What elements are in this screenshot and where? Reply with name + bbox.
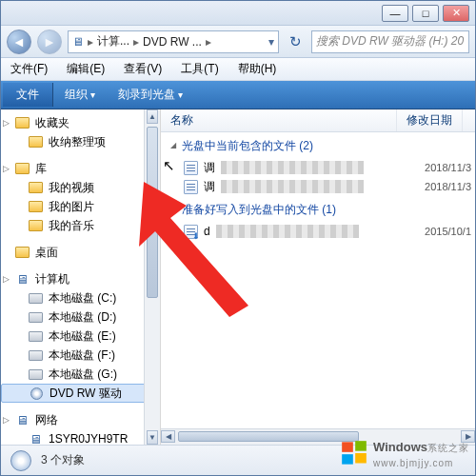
group-header-1[interactable]: 准备好写入到光盘中的文件 (1) <box>161 196 475 222</box>
sidebar-item-label: 我的视频 <box>49 180 94 196</box>
close-button[interactable]: ✕ <box>443 5 469 22</box>
sidebar-item-label: 收藏夹 <box>35 115 69 131</box>
list-item[interactable]: 调2018/11/3 <box>161 158 475 177</box>
sidebar-item-15[interactable]: 🖥1SYR0JYH9TR <box>1 429 160 445</box>
minimize-button[interactable]: — <box>382 5 408 22</box>
refresh-button[interactable]: ↻ <box>285 31 306 52</box>
menu-help[interactable]: 帮助(H) <box>228 61 287 77</box>
svg-rect-3 <box>342 454 353 465</box>
drive-icon <box>28 367 43 382</box>
folder-icon <box>14 161 30 176</box>
folder-icon <box>28 134 43 149</box>
svg-rect-1 <box>342 442 353 452</box>
drive-icon <box>28 328 43 344</box>
sidebar-item-3[interactable]: 我的视频 <box>1 178 160 197</box>
file-download-icon: ⬇ <box>184 225 198 239</box>
breadcrumb[interactable]: 🖥 ▸ 计算... ▸ DVD RW ... ▸ ▾ <box>68 30 279 53</box>
menu-tools[interactable]: 工具(T) <box>171 61 228 77</box>
sidebar-item-label: 本地磁盘 (F:) <box>49 347 115 364</box>
search-placeholder: 搜索 DVD RW 驱动器 (H:) 20 <box>316 33 464 50</box>
col-name[interactable]: 名称 <box>161 109 397 131</box>
sidebar-item-11[interactable]: 本地磁盘 (F:) <box>1 346 160 365</box>
disc-icon <box>10 450 31 471</box>
col-date[interactable]: 修改日期 <box>397 109 463 131</box>
file-name: d <box>204 225 210 238</box>
list-item[interactable]: ⬇d2015/10/1 <box>161 222 475 241</box>
folder-icon <box>14 115 30 130</box>
svg-rect-4 <box>355 453 367 464</box>
back-button[interactable]: ◄ <box>7 30 31 54</box>
sidebar-item-label: 本地磁盘 (G:) <box>49 367 117 383</box>
file-name: 调 <box>204 160 215 176</box>
cmd-file[interactable]: 文件 <box>3 83 53 107</box>
sidebar-scrollbar[interactable]: ▲ ▼ <box>144 109 160 445</box>
group-header-0[interactable]: 光盘中当前包含的文件 (2) <box>161 132 475 158</box>
menu-view[interactable]: 查看(V) <box>114 61 171 77</box>
group-title: 光盘中当前包含的文件 (2) <box>182 138 313 154</box>
cmd-organize[interactable]: 组织 <box>53 83 107 107</box>
sidebar-item-14[interactable]: ▷🖥网络 <box>1 410 160 429</box>
sidebar-item-8[interactable]: 本地磁盘 (C:) <box>1 288 160 307</box>
maximize-button[interactable]: □ <box>412 5 439 22</box>
scroll-left-icon[interactable]: ◀ <box>161 430 175 443</box>
sidebar-item-5[interactable]: 我的音乐 <box>1 216 160 235</box>
watermark-brand: Windows <box>373 440 427 454</box>
watermark-domain: www.bjmjjy.com <box>373 458 453 468</box>
menu-edit[interactable]: 编辑(E) <box>57 61 114 77</box>
pc-icon: 🖥 <box>14 412 30 427</box>
document-icon <box>184 161 198 175</box>
column-headers: 名称 修改日期 <box>161 109 475 132</box>
sidebar-item-label: DVD RW 驱动 <box>50 386 122 402</box>
sidebar-item-1[interactable]: 收纳整理项 <box>1 132 160 151</box>
command-bar: 文件 组织 刻录到光盘 <box>1 81 475 109</box>
explorer-window: — □ ✕ ◄ ► 🖥 ▸ 计算... ▸ DVD RW ... ▸ ▾ ↻ 搜… <box>0 0 476 476</box>
status-text: 3 个对象 <box>41 452 85 468</box>
breadcrumb-seg-computer[interactable]: 计算... <box>97 33 129 50</box>
file-date: 2015/10/1 <box>425 226 471 237</box>
sidebar-item-7[interactable]: ▷🖥计算机 <box>1 269 160 288</box>
sidebar-item-label: 本地磁盘 (D:) <box>49 309 116 326</box>
sidebar-item-0[interactable]: ▷收藏夹 <box>1 113 160 132</box>
sidebar-item-2[interactable]: ▷库 <box>1 159 160 178</box>
file-date: 2018/11/3 <box>425 162 471 173</box>
pc-icon: 🖥 <box>14 271 30 287</box>
cmd-burn[interactable]: 刻录到光盘 <box>107 83 194 107</box>
file-date: 2018/11/3 <box>425 181 471 192</box>
redacted-text <box>216 225 359 238</box>
redacted-text <box>221 161 364 174</box>
sidebar-item-10[interactable]: 本地磁盘 (E:) <box>1 327 160 346</box>
watermark: Windows系统之家 www.bjmjjy.com <box>341 440 469 469</box>
sidebar-item-6[interactable]: 桌面 <box>1 243 160 262</box>
sidebar-item-label: 收纳整理项 <box>49 134 106 150</box>
folder-icon <box>28 218 43 233</box>
search-input[interactable]: 搜索 DVD RW 驱动器 (H:) 20 <box>311 30 469 53</box>
sidebar-item-label: 本地磁盘 (C:) <box>49 290 116 307</box>
scroll-thumb[interactable] <box>147 127 158 298</box>
breadcrumb-dropdown-icon[interactable]: ▾ <box>268 35 274 49</box>
menubar: 文件(F) 编辑(E) 查看(V) 工具(T) 帮助(H) <box>1 58 475 81</box>
list-item[interactable]: 调2018/11/3 <box>161 177 475 196</box>
breadcrumb-seg-dvd[interactable]: DVD RW ... <box>143 35 202 49</box>
address-bar: ◄ ► 🖥 ▸ 计算... ▸ DVD RW ... ▸ ▾ ↻ 搜索 DVD … <box>1 26 475 58</box>
sidebar-item-label: 我的图片 <box>49 199 94 215</box>
menu-file[interactable]: 文件(F) <box>1 61 57 77</box>
sidebar-item-13[interactable]: DVD RW 驱动 <box>1 384 160 403</box>
sidebar-item-label: 计算机 <box>35 271 69 288</box>
watermark-sub: 系统之家 <box>427 443 469 453</box>
sidebar-item-4[interactable]: 我的图片 <box>1 197 160 216</box>
document-icon <box>184 180 198 194</box>
sidebar-item-9[interactable]: 本地磁盘 (D:) <box>1 307 160 327</box>
drive-icon <box>28 309 43 325</box>
pc-icon: 🖥 <box>72 35 84 49</box>
windows-logo-icon <box>341 440 367 469</box>
content-pane: 名称 修改日期 ↖ 光盘中当前包含的文件 (2)调2018/11/3调2018/… <box>161 109 475 445</box>
scroll-up-icon[interactable]: ▲ <box>147 109 158 124</box>
group-title: 准备好写入到光盘中的文件 (1) <box>182 202 336 218</box>
sidebar-item-12[interactable]: 本地磁盘 (G:) <box>1 365 160 384</box>
sidebar-item-label: 桌面 <box>35 245 58 261</box>
forward-button[interactable]: ► <box>37 30 62 54</box>
pc-icon: 🖥 <box>28 431 43 445</box>
scroll-thumb-h[interactable] <box>178 431 359 442</box>
folder-icon <box>28 180 43 195</box>
scroll-down-icon[interactable]: ▼ <box>147 430 158 445</box>
